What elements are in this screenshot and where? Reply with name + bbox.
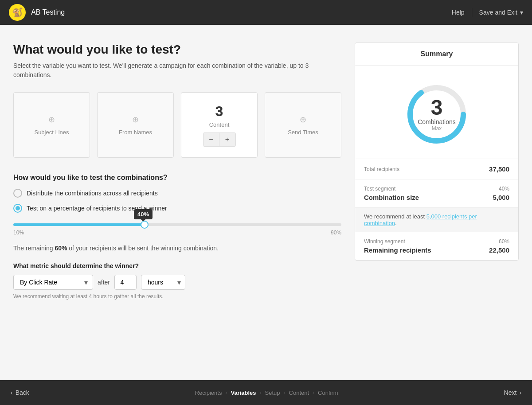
main-container: What would you like to test? Select the … (0, 25, 532, 380)
header-left: 🐒 AB Testing (9, 4, 65, 21)
breadcrumb-nav: Recipients › Variables › Setup › Content… (195, 389, 338, 396)
add-icon: ⊕ (300, 115, 306, 125)
slider-min-label: 10% (13, 230, 24, 236)
breadcrumb-setup[interactable]: Setup (265, 389, 280, 396)
left-content: What would you like to test? Select the … (13, 43, 355, 362)
test-segment-label: Test segment (364, 186, 395, 192)
donut-container: 3 Combinations Max (355, 66, 518, 159)
metric-note: We recommend waiting at least 4 hours to… (13, 293, 341, 300)
header-divider (472, 8, 472, 17)
remaining-pct: 60% (55, 245, 67, 252)
summary-row-combination-top: Test segment 40% (364, 186, 509, 192)
test-segment-pct: 40% (499, 186, 509, 192)
breadcrumb-sep-1: › (225, 389, 227, 396)
remaining-text: The remaining 60% of your recipients wil… (13, 245, 341, 252)
chevron-right-icon: › (519, 389, 521, 396)
summary-row-combination-bottom: Combination size 5,000 (364, 194, 509, 201)
breadcrumb-sep-2: › (260, 389, 262, 396)
card-count: 3 (215, 103, 223, 120)
card-send-times[interactable]: ⊕ Send Times (265, 92, 341, 158)
slider-max-label: 90% (331, 230, 341, 236)
app-footer: ‹ Back Recipients › Variables › Setup › … (0, 380, 532, 405)
slider-section: 40% 10% 90% (13, 223, 341, 236)
radio-circle-distribute (13, 189, 22, 198)
breadcrumb-content[interactable]: Content (289, 389, 309, 396)
summary-row-remaining: Winning segment 60% Remaining recipients… (355, 232, 518, 260)
combination-size-value: 5,000 (493, 194, 509, 201)
donut-chart: 3 Combinations Max (401, 79, 472, 150)
summary-row-total-bottom: Total recipients 37,500 (364, 165, 509, 173)
card-controls: − + (203, 132, 236, 147)
page-subtitle: Select the variable you want to test. We… (13, 61, 341, 80)
summary-note: We recommend at least 5,000 recipients p… (355, 207, 518, 232)
slider-labels: 10% 90% (13, 230, 341, 236)
card-from-names[interactable]: ⊕ From Names (97, 92, 174, 158)
page-title: What would you like to test? (13, 43, 341, 57)
app-header: 🐒 AB Testing Help Save and Exit ▾ (0, 0, 532, 25)
slider-fill (13, 223, 145, 226)
metric-select-wrapper: By Click Rate By Open Rate Manually (13, 275, 93, 290)
combination-size-label: Combination size (364, 194, 419, 201)
variable-cards: ⊕ Subject Lines ⊕ From Names 3 Content −… (13, 92, 341, 158)
slider-wrapper: 40% 10% 90% (13, 223, 341, 236)
radio-label-distribute: Distribute the combinations across all r… (27, 190, 158, 197)
card-subject-lines[interactable]: ⊕ Subject Lines (13, 92, 90, 158)
chevron-left-icon: ‹ (11, 389, 13, 396)
slider-track[interactable] (13, 223, 341, 226)
breadcrumb-recipients[interactable]: Recipients (195, 389, 222, 396)
remaining-recipients-value: 22,500 (489, 246, 509, 254)
donut-center: 3 Combinations Max (418, 97, 456, 132)
card-label: From Names (119, 129, 152, 136)
back-button[interactable]: ‹ Back (11, 389, 29, 396)
add-icon: ⊕ (48, 115, 55, 125)
hours-select[interactable]: hours days (141, 275, 185, 290)
card-content[interactable]: 3 Content − + (181, 92, 258, 158)
testing-section-heading: How would you like to test the combinati… (13, 174, 341, 182)
metric-select[interactable]: By Click Rate By Open Rate Manually (13, 275, 93, 290)
winning-segment-pct: 60% (499, 238, 509, 245)
metric-row: By Click Rate By Open Rate Manually afte… (13, 275, 341, 290)
total-recipients-value: 37,500 (489, 165, 509, 173)
donut-max: Max (418, 125, 456, 132)
summary-card: Summary 3 Combinations Max (355, 43, 519, 261)
add-icon: ⊕ (132, 115, 139, 125)
recommendation-link[interactable]: 5,000 recipients per combination (364, 213, 477, 226)
header-right: Help Save and Exit ▾ (452, 8, 523, 17)
breadcrumb-confirm[interactable]: Confirm (318, 389, 338, 396)
help-link[interactable]: Help (452, 9, 465, 16)
mailchimp-logo: 🐒 (9, 4, 26, 21)
remaining-recipients-label: Remaining recipients (364, 246, 431, 254)
card-label: Subject Lines (34, 129, 69, 136)
radio-percentage[interactable]: Test on a percentage of recipients to se… (13, 204, 341, 213)
breadcrumb-sep-4: › (313, 389, 314, 396)
radio-circle-percentage (13, 204, 22, 213)
card-label: Content (209, 121, 230, 128)
slider-thumb[interactable] (141, 221, 149, 229)
radio-distribute[interactable]: Distribute the combinations across all r… (13, 189, 341, 198)
right-panel: Summary 3 Combinations Max (355, 43, 519, 362)
radio-group: Distribute the combinations across all r… (13, 189, 341, 213)
summary-row-remaining-bottom: Remaining recipients 22,500 (364, 246, 509, 254)
metric-heading: What metric should determine the winner? (13, 262, 341, 269)
save-exit-button[interactable]: Save and Exit ▾ (479, 9, 523, 16)
summary-row-combination: Test segment 40% Combination size 5,000 (355, 179, 518, 207)
breadcrumb-variables[interactable]: Variables (231, 389, 256, 396)
next-button[interactable]: Next › (504, 389, 521, 396)
hours-input[interactable] (114, 275, 137, 290)
hours-select-wrapper: hours days (141, 275, 185, 290)
summary-row-total: Total recipients 37,500 (355, 159, 518, 179)
chevron-down-icon: ▾ (520, 9, 523, 16)
summary-title: Summary (355, 43, 518, 66)
after-label: after (98, 279, 110, 286)
winning-segment-label: Winning segment (364, 238, 405, 245)
breadcrumb-sep-3: › (284, 389, 286, 396)
summary-row-remaining-top: Winning segment 60% (364, 238, 509, 245)
total-recipients-label: Total recipients (364, 166, 399, 172)
increment-button[interactable]: + (219, 133, 235, 146)
card-label: Send Times (288, 129, 318, 136)
slider-tooltip: 40% (134, 209, 153, 219)
app-title: AB Testing (31, 8, 65, 16)
donut-value: 3 (418, 97, 456, 118)
decrement-button[interactable]: − (203, 133, 219, 146)
donut-label: Combinations (418, 118, 456, 125)
